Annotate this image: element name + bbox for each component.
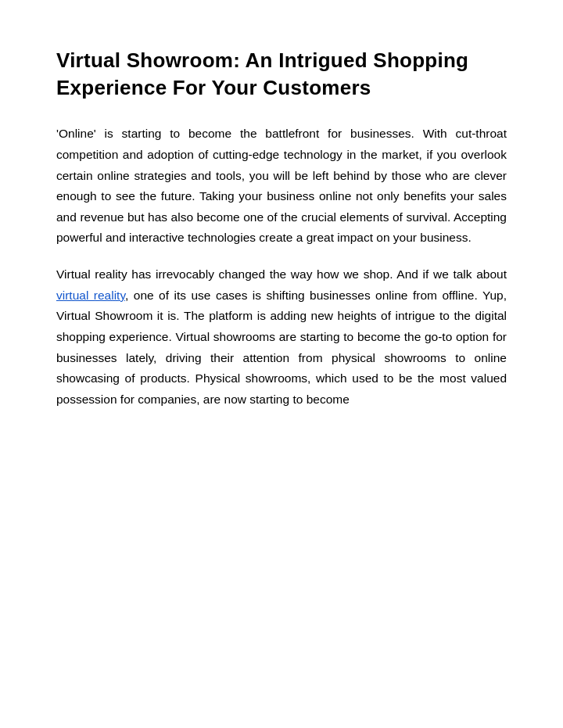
paragraph-1: 'Online' is starting to become the battl… (56, 124, 507, 249)
article-body: 'Online' is starting to become the battl… (56, 124, 507, 411)
virtual-reality-link[interactable]: virtual reality (56, 289, 125, 302)
article-title: Virtual Showroom: An Intrigued Shopping … (56, 47, 507, 102)
paragraph-2-before-link: Virtual reality has irrevocably changed … (56, 267, 507, 281)
paragraph-2: Virtual reality has irrevocably changed … (56, 264, 507, 411)
page-container: Virtual Showroom: An Intrigued Shopping … (0, 0, 563, 728)
paragraph-2-after-link: , one of its use cases is shifting busin… (56, 289, 507, 406)
